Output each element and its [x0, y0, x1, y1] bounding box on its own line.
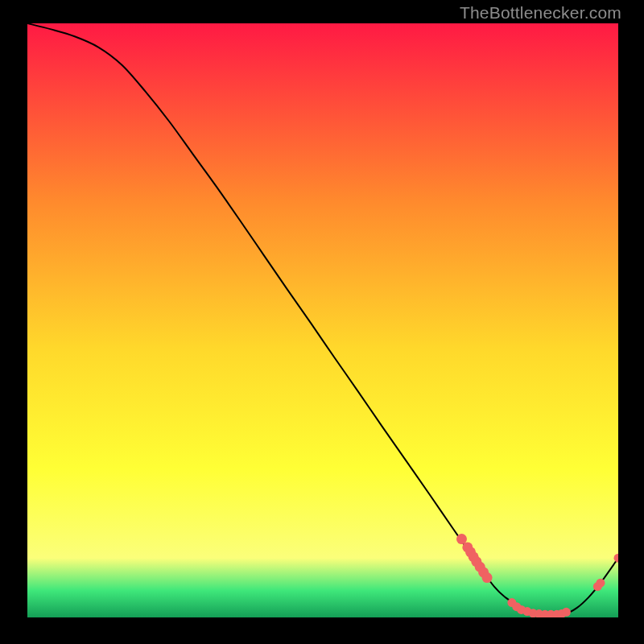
- chart-background-gradient: [27, 23, 618, 617]
- chart-plot-area: [27, 23, 618, 617]
- chart-stage: TheBottlenecker.com: [0, 0, 644, 644]
- data-marker: [482, 572, 493, 583]
- data-marker: [562, 608, 571, 617]
- data-marker: [596, 579, 605, 588]
- watermark-text: TheBottlenecker.com: [460, 3, 621, 23]
